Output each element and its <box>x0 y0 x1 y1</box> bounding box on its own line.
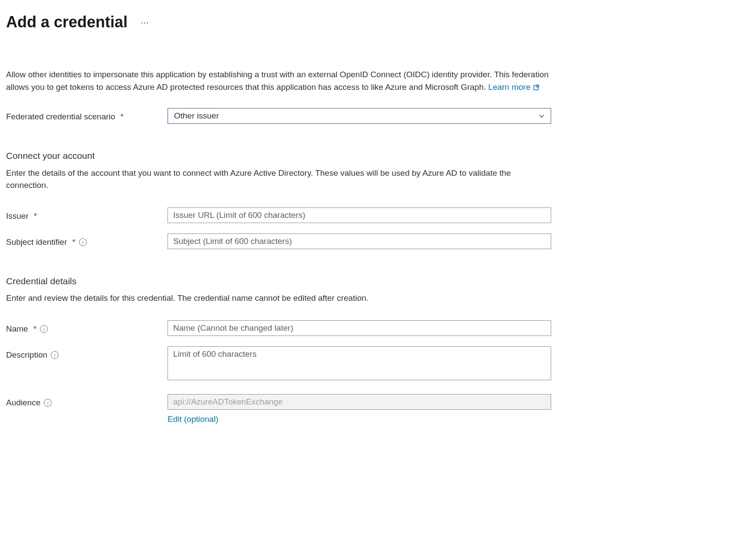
intro-text: Allow other identities to impersonate th… <box>6 69 553 93</box>
audience-input <box>168 394 551 410</box>
required-asterisk: * <box>33 323 36 335</box>
description-input[interactable] <box>168 346 551 380</box>
connect-desc: Enter the details of the account that yo… <box>6 167 553 192</box>
scenario-label: Federated credential scenario <box>6 111 115 123</box>
subject-label: Subject identifier <box>6 236 67 249</box>
name-label: Name <box>6 323 28 335</box>
learn-more-label: Learn more <box>488 81 530 94</box>
learn-more-link[interactable]: Learn more <box>488 81 540 94</box>
subject-input[interactable] <box>168 233 551 249</box>
info-icon[interactable]: i <box>51 351 59 359</box>
connect-section: Connect your account Enter the details o… <box>6 149 750 249</box>
required-asterisk: * <box>34 210 37 223</box>
name-input[interactable] <box>168 320 551 336</box>
issuer-label: Issuer <box>6 210 29 223</box>
more-icon[interactable]: ··· <box>141 16 149 29</box>
edit-audience-link[interactable]: Edit (optional) <box>168 413 218 426</box>
details-section: Credential details Enter and review the … <box>6 274 750 426</box>
audience-label: Audience <box>6 397 40 409</box>
scenario-select[interactable]: Other issuer <box>168 108 551 124</box>
intro-body: Allow other identities to impersonate th… <box>6 70 549 92</box>
details-desc: Enter and review the details for this cr… <box>6 292 553 305</box>
required-asterisk: * <box>120 111 123 123</box>
connect-title: Connect your account <box>6 149 750 163</box>
page-title: Add a credential <box>6 10 128 34</box>
chevron-down-icon <box>539 113 545 119</box>
issuer-input[interactable] <box>168 207 551 223</box>
details-title: Credential details <box>6 274 750 288</box>
description-label: Description <box>6 349 47 362</box>
required-asterisk: * <box>72 236 75 249</box>
info-icon[interactable]: i <box>40 325 48 333</box>
external-link-icon <box>533 84 540 91</box>
scenario-value: Other issuer <box>174 110 219 122</box>
info-icon[interactable]: i <box>79 238 87 246</box>
info-icon[interactable]: i <box>44 399 52 407</box>
